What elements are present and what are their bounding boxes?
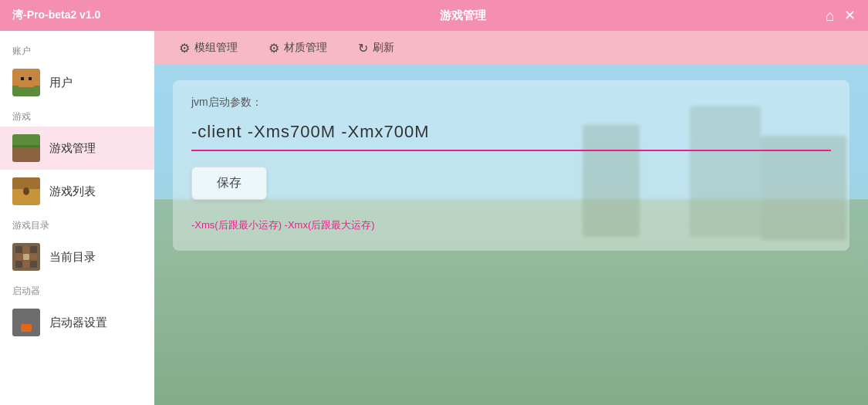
jvm-input-area: -client -Xms700M -Xmx700M bbox=[191, 117, 831, 151]
current-dir-label: 当前目录 bbox=[49, 250, 96, 265]
avatar-face bbox=[19, 75, 34, 87]
sidebar: 账户 用户 游戏 游戏管理 游戏列表 游戏目录 当前目录 bbox=[0, 31, 154, 405]
crafting-block-icon bbox=[12, 243, 40, 271]
sidebar-item-user[interactable]: 用户 bbox=[0, 61, 154, 104]
title-bar: 湾-Pro-beta2 v1.0 游戏管理 ⌂ ✕ bbox=[0, 0, 868, 31]
mod-manage-label: 模组管理 bbox=[194, 41, 238, 55]
sidebar-item-current-dir[interactable]: 当前目录 bbox=[0, 235, 154, 278]
close-icon[interactable]: ✕ bbox=[844, 7, 856, 24]
window-controls: ⌂ ✕ bbox=[826, 7, 856, 25]
user-avatar-icon bbox=[12, 69, 40, 96]
user-label: 用户 bbox=[49, 76, 73, 90]
gear-icon-2: ⚙ bbox=[269, 41, 279, 56]
window-title: 游戏管理 bbox=[440, 8, 486, 23]
save-button[interactable]: 保存 bbox=[191, 167, 267, 200]
hint-text: -Xms(后跟最小运存) -Xmx(后跟最大运存) bbox=[191, 218, 831, 232]
launcher-settings-label: 启动器设置 bbox=[49, 316, 107, 330]
jvm-label: jvm启动参数： bbox=[191, 96, 831, 110]
sidebar-item-launcher-settings[interactable]: 启动器设置 bbox=[0, 301, 154, 344]
sidebar-item-game-manage[interactable]: 游戏管理 bbox=[0, 127, 154, 170]
material-manage-btn[interactable]: ⚙ 材质管理 bbox=[256, 36, 339, 60]
avatar-eye-right bbox=[29, 77, 32, 80]
chest-block-icon bbox=[12, 177, 40, 205]
jvm-underline bbox=[191, 150, 831, 151]
main-content: ⚙ 模组管理 ⚙ 材质管理 ↻ 刷新 jvm启动参数： -client -Xms… bbox=[154, 31, 868, 405]
gear-icon-1: ⚙ bbox=[179, 41, 190, 56]
refresh-btn[interactable]: ↻ 刷新 bbox=[346, 36, 407, 60]
home-icon[interactable]: ⌂ bbox=[826, 7, 835, 25]
avatar-eye-left bbox=[21, 77, 24, 80]
section-game-dir-label: 游戏目录 bbox=[0, 213, 154, 235]
refresh-icon: ↻ bbox=[358, 41, 368, 56]
grass-block-icon bbox=[12, 134, 40, 162]
section-game-label: 游戏 bbox=[0, 104, 154, 127]
jvm-value[interactable]: -client -Xms700M -Xmx700M bbox=[191, 117, 831, 147]
game-list-label: 游戏列表 bbox=[49, 184, 96, 199]
game-manage-label: 游戏管理 bbox=[49, 141, 96, 156]
toolbar: ⚙ 模组管理 ⚙ 材质管理 ↻ 刷新 bbox=[154, 31, 868, 65]
app-title: 湾-Pro-beta2 v1.0 bbox=[12, 8, 100, 22]
material-manage-label: 材质管理 bbox=[284, 41, 327, 55]
section-account-label: 账户 bbox=[0, 39, 154, 61]
content-panel: jvm启动参数： -client -Xms700M -Xmx700M 保存 -X… bbox=[173, 80, 849, 251]
furnace-block-icon bbox=[12, 309, 40, 336]
refresh-label: 刷新 bbox=[373, 41, 394, 55]
mod-manage-btn[interactable]: ⚙ 模组管理 bbox=[167, 36, 250, 60]
sidebar-item-game-list[interactable]: 游戏列表 bbox=[0, 170, 154, 213]
section-launcher-label: 启动器 bbox=[0, 278, 154, 301]
